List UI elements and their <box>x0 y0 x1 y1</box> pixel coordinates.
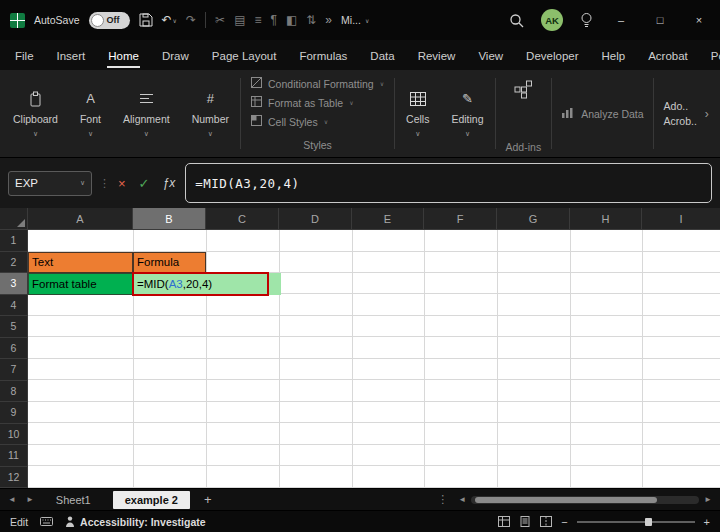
view-normal-button[interactable] <box>498 516 510 527</box>
column-header-b[interactable]: B <box>133 208 206 230</box>
keyboard-status-button[interactable] <box>40 517 53 526</box>
hscroll-thumb[interactable] <box>475 497 657 503</box>
qat-cut-button[interactable]: ✂ <box>215 13 225 27</box>
tab-data[interactable]: Data <box>369 43 395 68</box>
row-header-9[interactable]: 9 <box>0 402 28 424</box>
formula-input[interactable]: =MID(A3,20,4) <box>185 163 712 203</box>
row-header-6[interactable]: 6 <box>0 338 28 360</box>
tab-review[interactable]: Review <box>417 43 457 68</box>
tab-draw[interactable]: Draw <box>161 43 190 68</box>
select-all-button[interactable] <box>0 208 28 230</box>
hscroll-track[interactable] <box>471 496 699 504</box>
row-header-11[interactable]: 11 <box>0 445 28 467</box>
maximize-button[interactable]: □ <box>649 14 671 26</box>
analyze-data-button[interactable]: Analyze Data <box>552 70 652 157</box>
column-header-d[interactable]: D <box>279 208 352 230</box>
grip-icon: ⋮ <box>99 177 108 190</box>
ribbon-group-adobe-acrobat[interactable]: Ado.. Acrob.. <box>654 70 701 157</box>
sheet-tab-sheet1[interactable]: Sheet1 <box>44 491 103 509</box>
quick-access-dropdown[interactable]: Mi... ∨ <box>341 14 369 26</box>
ribbon-group-addins[interactable]: Add-ins <box>496 70 552 157</box>
enter-button[interactable]: ✓ <box>136 176 153 191</box>
grid-body[interactable]: Text Formula Format table =MID(A3,20,4) <box>28 230 720 488</box>
tab-file[interactable]: File <box>14 43 35 68</box>
tab-acrobat[interactable]: Acrobat <box>647 43 689 68</box>
save-button[interactable] <box>139 13 153 27</box>
qat-copy-button[interactable]: ▤ <box>234 13 245 27</box>
ribbon-group-number[interactable]: # Number ∨ <box>181 70 240 157</box>
ribbon-group-alignment[interactable]: Alignment ∨ <box>112 70 181 157</box>
qat-paragraph-button[interactable]: ¶ <box>271 13 277 27</box>
tab-view[interactable]: View <box>477 43 504 68</box>
sheet-more-button[interactable]: ⋮ <box>437 493 448 506</box>
cell-a2[interactable]: Text <box>28 252 133 274</box>
account-avatar[interactable]: AK <box>541 9 563 31</box>
search-button[interactable] <box>509 13 524 28</box>
group-label-clipboard: Clipboard <box>13 113 58 125</box>
column-header-f[interactable]: F <box>424 208 497 230</box>
zoom-out-button[interactable]: − <box>561 516 567 528</box>
tab-insert[interactable]: Insert <box>56 43 87 68</box>
column-header-c[interactable]: C <box>206 208 279 230</box>
cell-b3-formula-reference: A3 <box>169 278 183 290</box>
row-header-1[interactable]: 1 <box>0 230 28 252</box>
tab-developer[interactable]: Developer <box>525 43 579 68</box>
accessibility-status-button[interactable]: Accessibility: Investigate <box>65 516 205 528</box>
sheet-nav-left-button[interactable]: ◄ <box>8 495 16 504</box>
add-sheet-button[interactable]: + <box>200 492 216 507</box>
status-mode: Edit <box>10 516 28 528</box>
row-header-12[interactable]: 12 <box>0 467 28 489</box>
ribbon-group-font[interactable]: A Font ∨ <box>69 70 112 157</box>
insert-function-button[interactable]: ƒx <box>160 176 179 190</box>
qat-shading-button[interactable]: ◧ <box>286 13 297 27</box>
row-header-8[interactable]: 8 <box>0 381 28 403</box>
toggle-knob-icon <box>91 14 104 27</box>
sheet-tab-example2[interactable]: example 2 <box>113 491 190 509</box>
column-header-h[interactable]: H <box>570 208 642 230</box>
column-header-g[interactable]: G <box>497 208 570 230</box>
qat-align-button[interactable]: ≡ <box>254 13 261 27</box>
sheet-nav-right-button[interactable]: ► <box>26 495 34 504</box>
tab-help[interactable]: Help <box>601 43 627 68</box>
qat-sort-button[interactable]: ⇅ <box>306 13 316 27</box>
minimize-button[interactable]: – <box>610 14 632 26</box>
tab-power-pivot[interactable]: Power Pivot <box>710 43 720 68</box>
ribbon-group-cells[interactable]: Cells ∨ <box>395 70 440 157</box>
row-header-5[interactable]: 5 <box>0 316 28 338</box>
format-as-table-button[interactable]: Format as Table ∨ <box>251 96 384 109</box>
cell-styles-button[interactable]: Cell Styles ∨ <box>251 115 384 128</box>
cell-a3[interactable]: Format table <box>28 273 133 295</box>
ribbon-group-editing[interactable]: ✎ Editing ∨ <box>440 70 494 157</box>
ribbon-group-clipboard[interactable]: Clipboard ∨ <box>2 70 69 157</box>
column-header-e[interactable]: E <box>352 208 424 230</box>
column-header-a[interactable]: A <box>28 208 133 230</box>
undo-button[interactable]: ↶ ∨ <box>162 13 177 27</box>
view-page-layout-button[interactable] <box>519 516 531 527</box>
zoom-knob[interactable] <box>645 518 652 526</box>
name-box[interactable]: EXP ∨ <box>8 171 92 196</box>
hscroll-right-button[interactable]: ► <box>704 495 712 504</box>
redo-button[interactable]: ↷ <box>186 13 196 27</box>
row-header-10[interactable]: 10 <box>0 424 28 446</box>
qat-overflow-button[interactable]: » <box>325 13 332 27</box>
tab-home[interactable]: Home <box>107 43 140 68</box>
column-header-i[interactable]: I <box>642 208 720 230</box>
view-page-break-button[interactable] <box>540 516 552 527</box>
zoom-in-button[interactable]: + <box>704 516 710 528</box>
row-header-2[interactable]: 2 <box>0 252 28 274</box>
conditional-formatting-button[interactable]: Conditional Formatting ∨ <box>251 77 384 90</box>
zoom-slider[interactable] <box>577 516 695 528</box>
close-button[interactable]: × <box>688 14 710 26</box>
row-header-7[interactable]: 7 <box>0 359 28 381</box>
cell-b2[interactable]: Formula <box>133 252 206 274</box>
cell-b3[interactable]: =MID(A3,20,4) <box>133 273 281 295</box>
autosave-toggle[interactable]: Off <box>89 12 130 29</box>
row-header-4[interactable]: 4 <box>0 295 28 317</box>
cancel-button[interactable]: × <box>115 176 129 191</box>
tab-page-layout[interactable]: Page Layout <box>211 43 278 68</box>
hscroll-left-button[interactable]: ◄ <box>458 495 466 504</box>
tab-formulas[interactable]: Formulas <box>298 43 348 68</box>
ribbon-scroll-right-button[interactable]: › <box>701 70 713 157</box>
ideas-button[interactable] <box>580 12 593 28</box>
row-header-3[interactable]: 3 <box>0 273 28 295</box>
